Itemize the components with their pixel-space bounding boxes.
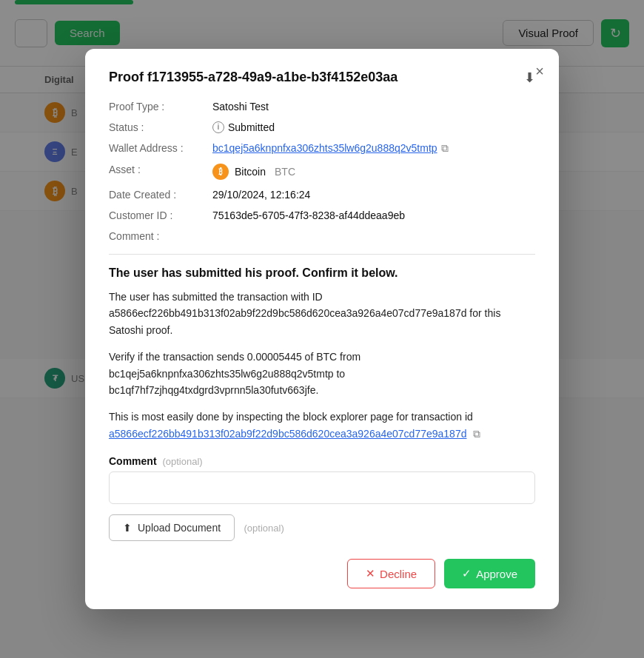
date-value: 29/10/2024, 12:16:24 — [212, 189, 310, 201]
modal-overlay: Proof f1713955-a728-49a9-a1be-b3f4152e03… — [0, 0, 644, 658]
status-value: Submitted — [228, 121, 275, 133]
asset-name: Bitcoin — [235, 166, 266, 178]
proof-modal: Proof f1713955-a728-49a9-a1be-b3f4152e03… — [85, 49, 559, 609]
upload-icon: ⬆ — [123, 522, 132, 534]
upload-label: Upload Document — [138, 522, 221, 534]
upload-optional: (optional) — [244, 523, 284, 534]
approve-label: Approve — [476, 568, 517, 580]
wallet-label: Wallet Address : — [109, 142, 212, 154]
tx-link[interactable]: a5866ecf226bb491b313f02ab9f22d9bc586d620… — [109, 428, 466, 440]
comment-label-row: Comment : — [109, 230, 535, 242]
status-info-icon[interactable]: i — [212, 121, 224, 133]
approve-button[interactable]: ✓ Approve — [444, 559, 535, 588]
customer-value: 75163de5-6705-47f3-8238-af44ddeaa9eb — [212, 209, 405, 221]
asset-code: BTC — [275, 166, 295, 178]
date-row: Date Created : 29/10/2024, 12:16:24 — [109, 189, 535, 201]
customer-label: Customer ID : — [109, 209, 212, 221]
body-paragraph-2: Verify if the transaction sends 0.000054… — [109, 349, 535, 398]
asset-label: Asset : — [109, 164, 212, 175]
comment-optional: (optional) — [162, 456, 202, 467]
decline-label: Decline — [380, 568, 417, 580]
copy-tx-icon[interactable]: ⧉ — [473, 426, 480, 442]
modal-title: Proof f1713955-a728-49a9-a1be-b3f4152e03… — [109, 70, 514, 85]
upload-section: ⬆ Upload Document (optional) — [109, 504, 535, 541]
upload-document-button[interactable]: ⬆ Upload Document — [109, 514, 235, 541]
proof-type-label: Proof Type : — [109, 101, 212, 113]
decline-button[interactable]: ✕ Decline — [347, 559, 435, 588]
download-icon[interactable]: ⬇ — [524, 70, 535, 86]
comment-input[interactable] — [109, 471, 535, 504]
bitcoin-icon: ₿ — [212, 164, 229, 180]
proof-type-value: Satoshi Test — [212, 101, 269, 113]
close-button[interactable]: × — [535, 64, 544, 78]
wallet-address-link[interactable]: bc1qej5a6knpnfxa306zhts35lw6g2u888q2v5tm… — [212, 142, 437, 154]
divider — [109, 254, 535, 255]
comment-heading: The user has submitted his proof. Confir… — [109, 266, 535, 280]
body-paragraph-3: This is most easily done by inspecting t… — [109, 409, 535, 442]
decline-x-icon: ✕ — [366, 567, 375, 580]
copy-wallet-icon[interactable]: ⧉ — [441, 142, 449, 155]
comment-field-label: Comment : — [109, 230, 212, 242]
wallet-row: Wallet Address : bc1qej5a6knpnfxa306zhts… — [109, 142, 535, 155]
approve-check-icon: ✓ — [462, 567, 472, 580]
status-row: Status : i Submitted — [109, 121, 535, 133]
date-label: Date Created : — [109, 189, 212, 201]
comment-section: Comment (optional) — [109, 455, 535, 504]
asset-row: Asset : ₿ Bitcoin BTC — [109, 164, 535, 180]
modal-header: Proof f1713955-a728-49a9-a1be-b3f4152e03… — [109, 70, 535, 86]
modal-footer: ✕ Decline ✓ Approve — [109, 559, 535, 588]
proof-type-row: Proof Type : Satoshi Test — [109, 101, 535, 113]
body-paragraph-1: The user has submitted the transaction w… — [109, 289, 535, 338]
status-label: Status : — [109, 121, 212, 133]
comment-input-label: Comment (optional) — [109, 455, 535, 467]
customer-row: Customer ID : 75163de5-6705-47f3-8238-af… — [109, 209, 535, 221]
